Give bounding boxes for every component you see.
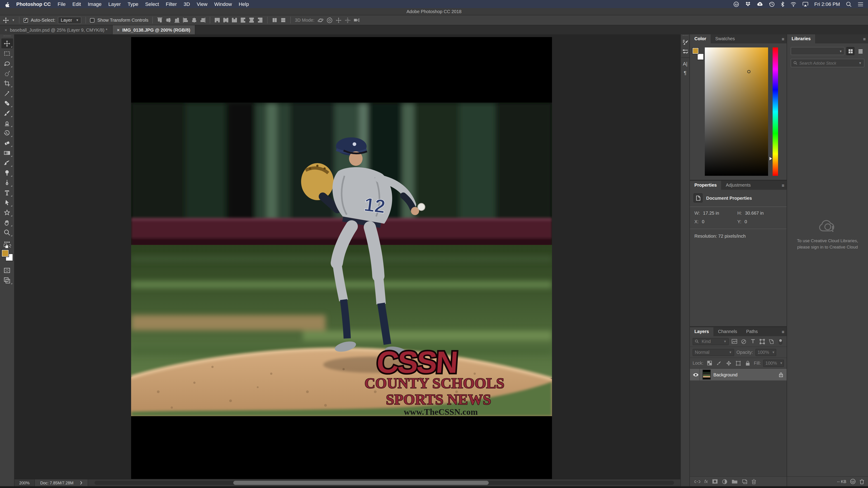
airplay-menu-icon[interactable] (802, 2, 808, 6)
align-right-edges-icon[interactable] (200, 17, 206, 23)
tab-adjustments[interactable]: Adjustments (721, 181, 755, 190)
distribute-top-edges-icon[interactable] (214, 17, 220, 23)
smudge-tool[interactable] (1, 158, 13, 168)
menu-edit[interactable]: Edit (72, 1, 81, 7)
color-picker-marker[interactable] (747, 70, 750, 73)
align-horizontal-centers-icon[interactable] (191, 17, 197, 23)
dropbox-menu-icon[interactable] (745, 1, 751, 7)
menu-help[interactable]: Help (239, 1, 249, 7)
library-select-dropdown[interactable]: ▼ (791, 47, 844, 55)
screen-mode-button[interactable] (1, 275, 13, 285)
color-panel-menu-icon[interactable]: ≡ (782, 36, 786, 41)
rectangular-marquee-tool[interactable] (1, 48, 13, 58)
tab-libraries[interactable]: Libraries (787, 34, 815, 43)
open-document[interactable]: 12 (131, 37, 552, 479)
tab-paths[interactable]: Paths (742, 327, 762, 336)
lasso-tool[interactable] (1, 58, 13, 68)
lock-artboard-icon[interactable] (735, 360, 742, 366)
list-view-button[interactable] (856, 47, 864, 55)
align-vertical-centers-icon[interactable] (165, 17, 171, 23)
3d-roll-icon[interactable] (326, 17, 333, 23)
brush-tool[interactable] (1, 108, 13, 118)
menu-bar-clock[interactable]: Fri 2:06 PM (814, 1, 840, 7)
filter-type-layers-icon[interactable] (749, 338, 756, 345)
tab-swatches[interactable]: Swatches (711, 34, 739, 43)
distribute-vertical-centers-icon[interactable] (223, 17, 229, 23)
gradient-tool[interactable] (1, 148, 13, 158)
delete-layer-icon[interactable] (751, 479, 756, 484)
menu-select[interactable]: Select (145, 1, 159, 7)
distribute-horizontal-centers-icon[interactable] (249, 17, 254, 23)
menu-image[interactable]: Image (88, 1, 101, 7)
hue-slider-marker[interactable] (770, 157, 772, 160)
layer-thumbnail[interactable] (703, 369, 711, 380)
brush-settings-panel-icon[interactable] (681, 38, 689, 47)
current-tool-icon[interactable] (3, 17, 9, 23)
time-machine-menu-icon[interactable] (769, 1, 775, 7)
hue-slider[interactable] (773, 47, 778, 176)
creative-cloud-menu-icon[interactable] (733, 1, 739, 7)
add-layer-mask-icon[interactable] (712, 479, 718, 484)
layer-filter-kind-dropdown[interactable]: Kind▼ (692, 338, 729, 345)
paragraph-panel-icon[interactable]: ¶ (681, 68, 689, 77)
pen-tool[interactable] (1, 177, 13, 188)
foreground-color-swatch[interactable] (2, 250, 8, 257)
properties-panel-menu-icon[interactable]: ≡ (782, 183, 786, 188)
auto-select-dropdown[interactable]: Layer▼ (58, 17, 82, 24)
hand-tool[interactable] (1, 217, 13, 227)
filter-pixel-layers-icon[interactable] (731, 338, 738, 345)
distribute-left-edges-icon[interactable] (240, 17, 246, 23)
3d-slide-icon[interactable] (344, 17, 350, 23)
horizontal-scrollbar-thumb[interactable] (234, 481, 489, 485)
character-panel-icon[interactable]: A| (681, 59, 689, 68)
crop-tool[interactable] (1, 78, 13, 88)
delete-library-item-icon[interactable] (860, 479, 864, 484)
spot-healing-brush-tool[interactable] (1, 98, 13, 108)
filter-shape-layers-icon[interactable] (758, 338, 766, 345)
tab-close-icon[interactable]: × (4, 27, 7, 32)
blend-mode-dropdown[interactable]: Normal▼ (692, 349, 734, 356)
layer-row-background[interactable]: Background (690, 369, 786, 381)
tab-properties[interactable]: Properties (690, 181, 721, 190)
show-transform-checkbox[interactable] (90, 18, 95, 22)
spotlight-menu-icon[interactable] (846, 1, 852, 7)
link-layers-icon[interactable] (694, 480, 700, 483)
lock-image-pixels-icon[interactable] (715, 360, 723, 366)
zoom-tool[interactable] (1, 227, 13, 237)
canvas-viewport[interactable]: 12 (14, 34, 680, 479)
quick-mask-button[interactable] (1, 265, 13, 275)
grid-view-button[interactable] (846, 47, 855, 55)
lock-transparent-pixels-icon[interactable] (706, 360, 713, 366)
menu-3d[interactable]: 3D (184, 1, 190, 7)
layer-visibility-eye-icon[interactable] (692, 369, 700, 381)
zoom-level-field[interactable]: 200% (14, 481, 34, 485)
tab-channels[interactable]: Channels (714, 327, 742, 336)
auto-select-checkbox[interactable] (24, 18, 28, 22)
tool-preset-caret-icon[interactable]: ▼ (12, 19, 15, 22)
lock-position-icon[interactable] (725, 360, 733, 366)
menu-type[interactable]: Type (127, 1, 138, 7)
tab-close-icon[interactable]: × (117, 27, 120, 32)
tab-layers[interactable]: Layers (690, 327, 714, 336)
menu-file[interactable]: File (58, 1, 66, 7)
cloud-upload-menu-icon[interactable] (757, 1, 763, 7)
foreground-color-swatch[interactable] (692, 48, 699, 54)
eyedropper-tool[interactable] (1, 88, 13, 98)
eraser-tool[interactable] (1, 138, 13, 148)
layer-filter-toggle[interactable] (777, 338, 784, 345)
notification-center-menu-icon[interactable] (858, 2, 864, 6)
document-tab-img0138[interactable]: × IMG_0138.JPG @ 200% (RGB/8) (112, 25, 195, 34)
libraries-panel-menu-icon[interactable]: ≡ (863, 36, 868, 41)
library-search-box[interactable]: ▼ (791, 59, 864, 67)
library-search-input[interactable] (799, 61, 857, 65)
menu-app-name[interactable]: Photoshop CC (16, 1, 51, 7)
toolbar-grip[interactable] (3, 36, 11, 37)
custom-shape-tool[interactable] (1, 207, 13, 217)
distribute-vertical-spacing-icon[interactable] (280, 17, 286, 23)
menu-filter[interactable]: Filter (166, 1, 177, 7)
apple-menu-icon[interactable] (4, 1, 9, 7)
quick-selection-tool[interactable] (1, 68, 13, 78)
distribute-bottom-edges-icon[interactable] (231, 17, 237, 23)
history-brush-tool[interactable] (1, 128, 13, 138)
align-bottom-edges-icon[interactable] (174, 17, 180, 23)
